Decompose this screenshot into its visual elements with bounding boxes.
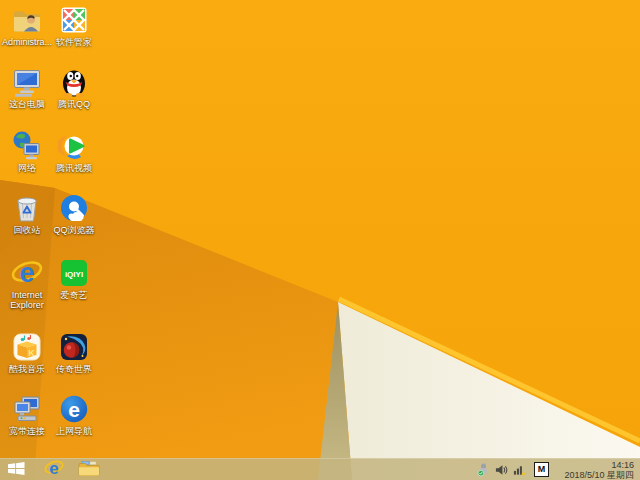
icon-label: 网络 <box>0 163 54 173</box>
ie-icon: e <box>44 458 64 480</box>
windows-logo-icon <box>8 462 25 478</box>
icon-label: 上网导航 <box>47 426 101 436</box>
kuwo-music-icon: K <box>11 331 43 363</box>
desktop[interactable]: Administra... 这台电脑 网络 回收站 <box>0 0 640 480</box>
desktop-icon-tencent-video[interactable]: 腾讯视频 <box>47 130 101 173</box>
broadband-connection-icon <box>11 393 43 425</box>
start-button[interactable] <box>7 459 25 480</box>
network-warning-icon[interactable] <box>513 463 526 477</box>
icon-label: Administra... <box>0 37 54 47</box>
desktop-icon-broadband-connection[interactable]: 宽带连接 <box>0 393 54 436</box>
desktop-icon-chuanqi-shijie[interactable]: 传奇世界 <box>47 331 101 374</box>
desktop-icon-internet-navigation[interactable]: e 上网导航 <box>47 393 101 436</box>
iqiyi-icon: iQIYI <box>58 257 90 289</box>
safely-remove-hardware-icon[interactable] <box>477 463 490 477</box>
desktop-icon-administrator[interactable]: Administra... <box>0 4 54 47</box>
desktop-icon-qq-browser[interactable]: QQ浏览器 <box>47 192 101 235</box>
icon-label: 这台电脑 <box>0 99 54 109</box>
icon-label: 回收站 <box>0 225 54 235</box>
icon-label: 酷我音乐 <box>0 364 54 374</box>
desktop-icon-kuwo-music[interactable]: K 酷我音乐 <box>0 331 54 374</box>
icon-label: QQ浏览器 <box>47 225 101 235</box>
taskbar-file-explorer-button[interactable] <box>78 459 100 480</box>
taskbar-internet-explorer-button[interactable]: e <box>43 459 64 480</box>
icon-label: Internet Explorer <box>0 290 54 310</box>
ime-indicator[interactable]: M <box>534 462 549 477</box>
desktop-icon-software-manager[interactable]: 软件管家 <box>47 4 101 47</box>
clock-time: 14:16 <box>556 460 634 470</box>
desktop-icon-tencent-qq[interactable]: 腾讯QQ <box>47 66 101 109</box>
taskbar-clock[interactable]: 14:16 2018/5/10 星期四 <box>556 460 634 480</box>
internet-explorer-icon: e <box>11 257 43 289</box>
system-tray: M 14:16 2018/5/10 星期四 <box>472 459 640 480</box>
folder-icon <box>78 460 100 480</box>
iqiyi-logo-text: iQIYI <box>65 270 83 279</box>
icon-label: 传奇世界 <box>47 364 101 374</box>
user-folder-icon <box>11 4 43 36</box>
icon-label: 腾讯视频 <box>47 163 101 173</box>
icon-label: 腾讯QQ <box>47 99 101 109</box>
qq-browser-icon <box>58 192 90 224</box>
qq-penguin-icon <box>58 66 90 98</box>
computer-icon <box>11 66 43 98</box>
icon-label: 软件管家 <box>47 37 101 47</box>
icon-label: 爱奇艺 <box>47 290 101 300</box>
desktop-icon-network[interactable]: 网络 <box>0 130 54 173</box>
recycle-bin-icon <box>11 192 43 224</box>
kuwo-letter: K <box>28 348 35 358</box>
ie-letter: e <box>19 258 34 288</box>
desktop-icon-iqiyi[interactable]: iQIYI 爱奇艺 <box>47 257 101 300</box>
desktop-icon-recycle-bin[interactable]: 回收站 <box>0 192 54 235</box>
desktop-icon-internet-explorer[interactable]: e Internet Explorer <box>0 257 54 310</box>
internet-navigation-icon: e <box>58 393 90 425</box>
clock-date: 2018/5/10 星期四 <box>556 470 634 480</box>
taskbar: e <box>0 458 640 480</box>
svg-text:e: e <box>49 459 58 478</box>
legend-world-game-icon <box>58 331 90 363</box>
nav-letter: e <box>68 398 80 421</box>
tencent-video-icon <box>58 130 90 162</box>
desktop-icon-this-pc[interactable]: 这台电脑 <box>0 66 54 109</box>
network-globe-icon <box>11 130 43 162</box>
software-manager-icon <box>58 4 90 36</box>
volume-icon[interactable] <box>495 463 508 477</box>
icon-label: 宽带连接 <box>0 426 54 436</box>
